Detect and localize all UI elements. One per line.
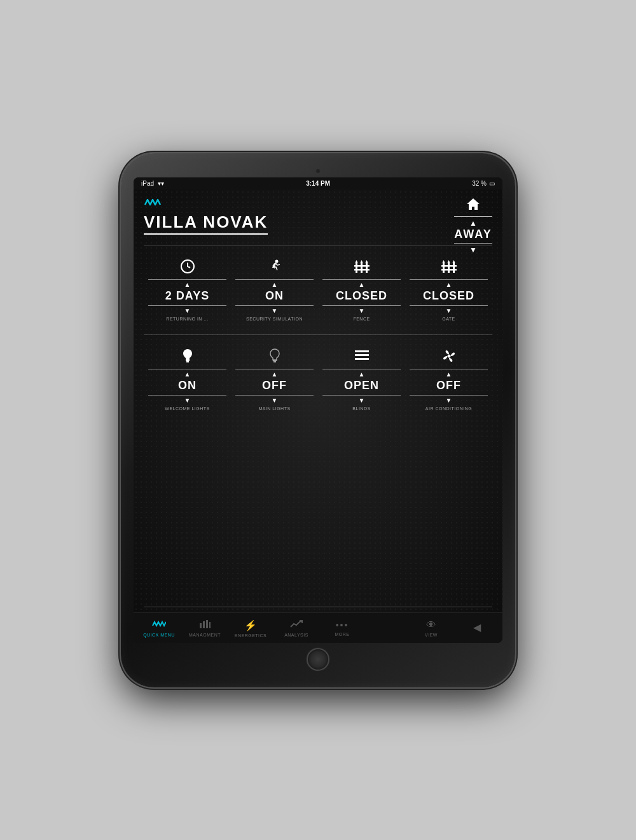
tab-view[interactable]: 👁 VIEW	[408, 617, 454, 640]
ipad-device: iPad ▾▾ 3:14 PM 32 % ▭ VILLA NOVAK	[121, 153, 515, 687]
svg-marker-16	[447, 260, 450, 263]
camera-dot	[315, 169, 321, 174]
widget-security[interactable]: ▲ ON ▼ SECURITY SIMULATION	[231, 251, 318, 327]
tab-back[interactable]: ◀	[454, 619, 500, 638]
status-bar: iPad ▾▾ 3:14 PM 32 % ▭	[134, 177, 502, 189]
welcome-lights-value: ON	[178, 379, 197, 392]
svg-rect-19	[441, 269, 457, 271]
widget-arrow-up: ▲	[359, 371, 365, 378]
status-right: 32 % ▭	[472, 180, 495, 187]
security-value: ON	[265, 289, 284, 303]
status-time: 3:14 PM	[306, 180, 330, 187]
fence-value: CLOSED	[336, 289, 387, 303]
widget-arrow-down: ▼	[359, 307, 365, 314]
svg-marker-17	[452, 260, 455, 263]
fence-label: FENCE	[353, 317, 370, 321]
bolt-icon: ⚡	[244, 619, 257, 631]
widget-arrow-down: ▼	[359, 397, 365, 404]
app-logo	[144, 197, 492, 210]
tab-more[interactable]: ••• MORE	[319, 617, 365, 639]
separator-1	[144, 245, 492, 245]
svg-rect-23	[273, 361, 276, 362]
svg-rect-26	[355, 358, 369, 360]
main-lights-value: OFF	[262, 379, 287, 392]
svg-marker-8	[360, 260, 363, 263]
widget-arrow-up: ▲	[272, 371, 278, 378]
fence-icon	[354, 258, 370, 275]
returning-value: 2 DAYS	[165, 289, 209, 303]
svg-point-27	[447, 354, 450, 357]
ac-label: AIR CONDITIONING	[425, 406, 472, 411]
widget-arrow-up: ▲	[446, 281, 452, 288]
widget-returning[interactable]: ▲ 2 DAYS ▼ RETURNING IN ...	[144, 251, 231, 327]
widget-arrow-down: ▼	[272, 397, 278, 404]
bulb-off-icon	[268, 347, 282, 365]
tab-view-label: VIEW	[425, 633, 438, 637]
tab-management-label: MANAGMENT	[189, 633, 221, 637]
svg-rect-28	[200, 623, 202, 628]
blinds-icon	[354, 347, 370, 365]
away-label: AWAY	[454, 228, 492, 241]
arrow-left-icon: ◀	[473, 621, 481, 633]
tab-more-label: MORE	[335, 632, 350, 637]
home-button[interactable]	[307, 648, 329, 671]
tab-quick-menu-label: QUICK MENU	[143, 633, 175, 637]
svg-rect-6	[366, 263, 368, 273]
svg-marker-0	[467, 198, 480, 210]
battery-label: 32 %	[472, 180, 487, 187]
tab-analysis-label: ANALYSIS	[284, 633, 308, 637]
main-content: VILLA NOVAK ▲ AWAY ▼	[134, 189, 502, 612]
widget-arrow-down: ▼	[184, 307, 191, 314]
svg-marker-7	[355, 260, 357, 263]
clock-icon	[180, 258, 195, 275]
widget-ac[interactable]: ▲ OFF ▼ AIR CONDITIONING	[405, 340, 492, 417]
gate-value: CLOSED	[423, 289, 474, 303]
bar-chart-icon	[199, 619, 211, 631]
separator-2	[144, 334, 492, 335]
widget-blinds[interactable]: ▲ OPEN ▼ BLINDS	[318, 340, 405, 417]
svg-rect-29	[203, 621, 205, 628]
svg-rect-14	[453, 263, 455, 273]
widget-arrow-up: ▲	[184, 281, 191, 288]
dots-icon: •••	[336, 620, 349, 630]
returning-label: RETURNING IN ...	[166, 317, 208, 321]
widget-arrow-down: ▼	[272, 307, 278, 314]
wifi-icon: ▾▾	[158, 180, 164, 187]
app-header: VILLA NOVAK	[144, 197, 492, 235]
tab-energetics[interactable]: ⚡ ENERGETICS	[228, 617, 273, 640]
widget-arrow-down: ▼	[446, 397, 452, 404]
away-widget[interactable]: ▲ AWAY ▼	[454, 197, 492, 254]
separator-3	[144, 607, 492, 607]
tab-quick-menu[interactable]: QUICK MENU	[136, 617, 182, 640]
tab-analysis[interactable]: ANALYSIS	[273, 617, 319, 640]
wave-icon	[152, 619, 166, 631]
runner-icon	[267, 258, 282, 275]
ac-value: OFF	[436, 379, 461, 392]
blinds-value: OPEN	[344, 379, 379, 392]
svg-marker-9	[365, 260, 368, 263]
svg-point-3	[275, 260, 278, 263]
widget-fence[interactable]: ▲ CLOSED ▼ FENCE	[318, 251, 405, 327]
away-arrow-down: ▼	[454, 245, 492, 254]
away-arrow-up: ▲	[454, 219, 492, 228]
widget-gate[interactable]: ▲ CLOSED ▼ GATE	[405, 251, 492, 327]
tab-management[interactable]: MANAGMENT	[182, 617, 228, 640]
svg-rect-20	[186, 360, 190, 361]
gate-icon	[441, 258, 457, 275]
svg-rect-11	[354, 269, 370, 271]
main-lights-label: MAIN LIGHTS	[258, 406, 290, 411]
tab-bar: QUICK MENU MANAGMENT ⚡ ENERGETICS	[134, 612, 502, 643]
svg-rect-21	[186, 361, 189, 362]
page-title: VILLA NOVAK	[144, 212, 268, 235]
svg-rect-18	[441, 265, 457, 267]
widget-arrow-up: ▲	[184, 371, 191, 378]
widget-arrow-down: ▼	[446, 307, 452, 314]
ipad-screen: iPad ▾▾ 3:14 PM 32 % ▭ VILLA NOVAK	[134, 177, 502, 643]
svg-rect-24	[355, 350, 369, 352]
widget-arrow-up: ▲	[446, 371, 452, 378]
svg-rect-13	[448, 263, 450, 273]
widget-main-lights[interactable]: ▲ OFF ▼ MAIN LIGHTS	[231, 340, 318, 417]
svg-rect-31	[209, 622, 211, 628]
widget-welcome-lights[interactable]: ▲ ON ▼ WELCOME LIGHTS	[144, 340, 231, 417]
svg-rect-12	[443, 263, 445, 273]
